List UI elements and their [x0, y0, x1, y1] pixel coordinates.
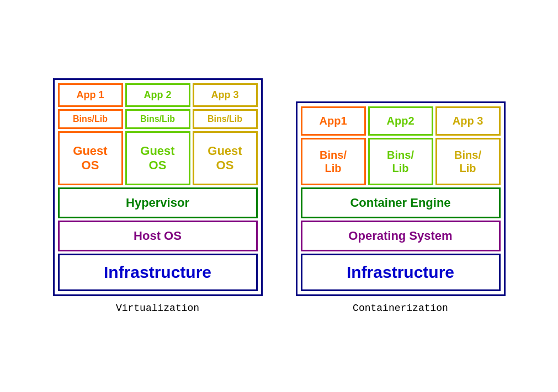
virt-hypervisor: Hypervisor — [58, 187, 258, 218]
virt-guestos1: GuestOS — [58, 131, 123, 186]
diagrams-container: App 1 App 2 App 3 Bins/Lib Bins/Lib Bins… — [53, 78, 506, 314]
virt-guestos-row: GuestOS GuestOS GuestOS — [58, 131, 258, 186]
cont-app1: App1 — [301, 106, 366, 136]
virt-bins2: Bins/Lib — [125, 109, 190, 129]
containerization-box: App1 App2 App 3 Bins/Lib Bins/Lib Bins/L… — [296, 101, 506, 296]
virt-app1: App 1 — [58, 83, 123, 107]
virt-hostos: Host OS — [58, 221, 258, 251]
containerization-label: Containerization — [353, 303, 448, 314]
virtualization-diagram: App 1 App 2 App 3 Bins/Lib Bins/Lib Bins… — [53, 78, 263, 314]
virt-bins3: Bins/Lib — [193, 109, 258, 129]
cont-infrastructure: Infrastructure — [301, 254, 501, 291]
virt-app3: App 3 — [193, 83, 258, 107]
virt-app2: App 2 — [125, 83, 190, 107]
cont-bins2: Bins/Lib — [368, 138, 433, 185]
cont-bins3: Bins/Lib — [435, 138, 501, 185]
cont-app3: App 3 — [435, 106, 501, 136]
virt-bins-row: Bins/Lib Bins/Lib Bins/Lib — [58, 109, 258, 129]
cont-app2: App2 — [368, 106, 433, 136]
virt-guestos3: GuestOS — [193, 131, 258, 186]
virtualization-label: Virtualization — [116, 303, 199, 314]
cont-bins1: Bins/Lib — [301, 138, 366, 185]
virt-guestos2: GuestOS — [125, 131, 190, 186]
cont-os: Operating System — [301, 221, 501, 251]
containerization-diagram: App1 App2 App 3 Bins/Lib Bins/Lib Bins/L… — [296, 101, 506, 314]
cont-apps-row: App1 App2 App 3 — [301, 106, 501, 136]
virtualization-box: App 1 App 2 App 3 Bins/Lib Bins/Lib Bins… — [53, 78, 263, 297]
virt-apps-row: App 1 App 2 App 3 — [58, 83, 258, 107]
cont-engine: Container Engine — [301, 187, 501, 218]
virt-bins1: Bins/Lib — [58, 109, 123, 129]
cont-bins-row: Bins/Lib Bins/Lib Bins/Lib — [301, 138, 501, 185]
virt-infrastructure: Infrastructure — [58, 254, 258, 291]
